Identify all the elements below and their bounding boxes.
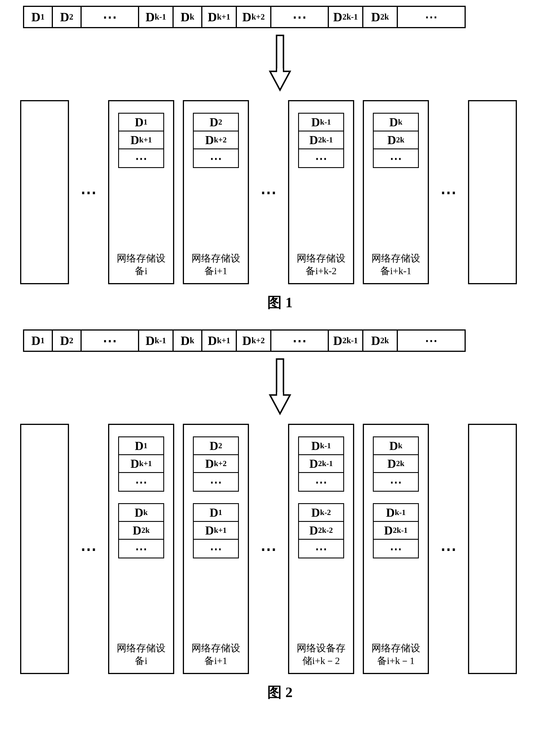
- device-empty: [20, 100, 69, 284]
- device-empty: [468, 424, 517, 674]
- device-label: 网络存储设备i+k-1: [368, 252, 424, 277]
- device-label: 网络存储设备i+1: [188, 642, 244, 667]
- device-ik2: Dk-1 D2k-1 ⋯ 网络存储设备i+k-2: [288, 100, 354, 284]
- gap-dots: ⋯: [438, 183, 459, 202]
- data-cell-dots: ⋯: [397, 6, 466, 28]
- device-i1: D2 Dk+2 ⋯ 网络存储设备i+1: [183, 100, 249, 284]
- fig2-devices: ⋯ D1 Dk+1 ⋯ Dk D2k ⋯ 网络存储设备i D2 Dk+2 ⋯ D…: [20, 424, 551, 674]
- block-cell: Dk: [374, 114, 418, 132]
- block-stack: Dk-1 D2k-1 ⋯: [298, 113, 344, 168]
- data-cell-dots: ⋯: [80, 329, 138, 352]
- block-stack: Dk D2k ⋯: [373, 113, 419, 168]
- fig2-top-row: D1 D2 ⋯ Dk-1 Dk Dk+1 Dk+2 ⋯ D2k-1 D2k ⋯: [23, 329, 551, 352]
- device-i: D1 Dk+1 ⋯ Dk D2k ⋯ 网络存储设备i: [108, 424, 174, 674]
- device-ik2: Dk-1 D2k-1 ⋯ Dk-2 D2k-2 ⋯ 网络设备存储i+k－2: [288, 424, 354, 674]
- data-cell: Dk: [172, 6, 201, 28]
- block-cell: Dk+1: [119, 455, 163, 473]
- fig1-top-row: D1 D2 ⋯ Dk-1 Dk Dk+1 Dk+2 ⋯ D2k-1 D2k ⋯: [23, 6, 551, 28]
- figure-1: D1 D2 ⋯ Dk-1 Dk Dk+1 Dk+2 ⋯ D2k-1 D2k ⋯ …: [9, 6, 551, 312]
- data-cell-dots: ⋯: [270, 329, 328, 352]
- figure-2: D1 D2 ⋯ Dk-1 Dk Dk+1 Dk+2 ⋯ D2k-1 D2k ⋯ …: [9, 329, 551, 702]
- block-stack: Dk D2k ⋯: [118, 503, 164, 558]
- svg-rect-2: [277, 68, 283, 73]
- block-cell: ⋯: [119, 473, 163, 491]
- block-stack: D1 Dk+1 ⋯: [118, 437, 164, 492]
- data-cell-dots: ⋯: [80, 6, 138, 28]
- gap-dots: ⋯: [258, 183, 279, 202]
- block-cell: ⋯: [194, 149, 238, 167]
- block-stack: D1 Dk+1 ⋯: [118, 113, 164, 168]
- block-cell: Dk+1: [194, 522, 238, 540]
- block-cell: Dk+1: [119, 132, 163, 149]
- data-cell: Dk+2: [236, 6, 270, 28]
- svg-rect-0: [276, 36, 284, 73]
- arrow-down-icon: [9, 34, 551, 92]
- block-cell: ⋯: [119, 540, 163, 558]
- svg-marker-1: [270, 71, 290, 90]
- svg-rect-5: [277, 392, 283, 397]
- block-cell: D1: [194, 504, 238, 522]
- block-cell: Dk+2: [194, 132, 238, 149]
- device-label: 网络设备存储i+k－2: [293, 642, 349, 667]
- device-ik1: Dk D2k ⋯ 网络存储设备i+k-1: [363, 100, 429, 284]
- block-cell: ⋯: [299, 473, 343, 491]
- block-cell: Dk-1: [374, 504, 418, 522]
- block-cell: D2: [194, 437, 238, 455]
- block-cell: D2k: [374, 455, 418, 473]
- data-cell: Dk: [172, 329, 201, 352]
- block-cell: ⋯: [194, 473, 238, 491]
- block-stack: Dk-1 D2k-1 ⋯: [373, 503, 419, 558]
- device-i1: D2 Dk+2 ⋯ D1 Dk+1 ⋯ 网络存储设备i+1: [183, 424, 249, 674]
- device-empty: [468, 100, 517, 284]
- device-i: D1 Dk+1 ⋯ 网络存储设备i: [108, 100, 174, 284]
- data-cell-dots: ⋯: [397, 329, 466, 352]
- block-cell: ⋯: [194, 540, 238, 558]
- data-cell-dots: ⋯: [270, 6, 328, 28]
- device-empty: [20, 424, 69, 674]
- data-cell: Dk+2: [236, 329, 270, 352]
- fig1-caption: 图 1: [9, 293, 551, 312]
- block-cell: ⋯: [119, 149, 163, 167]
- block-cell: ⋯: [374, 540, 418, 558]
- block-cell: Dk: [119, 504, 163, 522]
- block-cell: D2k-1: [374, 522, 418, 540]
- data-cell: D1: [23, 329, 52, 352]
- block-cell: D2k: [374, 132, 418, 149]
- block-cell: Dk-1: [299, 437, 343, 455]
- block-cell: D2k-1: [299, 132, 343, 149]
- data-cell: Dk+1: [201, 329, 236, 352]
- gap-dots: ⋯: [438, 540, 459, 558]
- device-label: 网络存储设备i+k－1: [368, 642, 424, 667]
- gap-dots: ⋯: [78, 183, 99, 202]
- device-label: 网络存储设备i: [113, 252, 169, 277]
- data-cell: D2: [52, 329, 80, 352]
- data-cell: Dk+1: [201, 6, 236, 28]
- fig1-devices: ⋯ D1 Dk+1 ⋯ 网络存储设备i D2 Dk+2 ⋯ 网络存储设备i+1 …: [20, 100, 551, 284]
- data-cell: Dk-1: [138, 329, 172, 352]
- block-stack: D1 Dk+1 ⋯: [193, 503, 239, 558]
- svg-marker-4: [270, 395, 290, 414]
- block-cell: Dk+2: [194, 455, 238, 473]
- block-stack: D2 Dk+2 ⋯: [193, 113, 239, 168]
- block-stack: Dk D2k ⋯: [373, 437, 419, 492]
- device-ik1: Dk D2k ⋯ Dk-1 D2k-1 ⋯ 网络存储设备i+k－1: [363, 424, 429, 674]
- svg-rect-3: [276, 359, 284, 396]
- device-label: 网络存储设备i+1: [188, 252, 244, 277]
- data-cell: Dk-1: [138, 6, 172, 28]
- data-cell: D2k: [362, 329, 397, 352]
- device-label: 网络存储设备i+k-2: [293, 252, 349, 277]
- device-label: 网络存储设备i: [113, 642, 169, 667]
- arrow-down-icon: [9, 358, 551, 415]
- block-stack: Dk-2 D2k-2 ⋯: [298, 503, 344, 558]
- block-cell: D1: [119, 114, 163, 132]
- block-cell: ⋯: [299, 540, 343, 558]
- data-cell: D2: [52, 6, 80, 28]
- block-cell: ⋯: [374, 149, 418, 167]
- block-stack: Dk-1 D2k-1 ⋯: [298, 437, 344, 492]
- data-cell: D2k: [362, 6, 397, 28]
- data-cell: D1: [23, 6, 52, 28]
- block-cell: Dk-2: [299, 504, 343, 522]
- block-cell: D1: [119, 437, 163, 455]
- block-cell: D2k-1: [299, 455, 343, 473]
- block-cell: ⋯: [374, 473, 418, 491]
